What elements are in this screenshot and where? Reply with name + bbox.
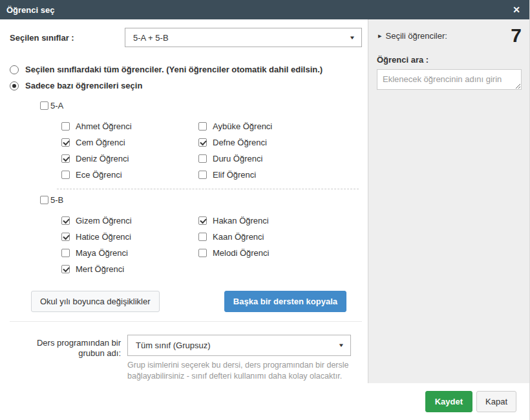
student-checkbox-item[interactable]: Ahmet Öğrenci: [61, 121, 198, 131]
group-name-row: Ders programından bir grubun adı: Tüm sı…: [10, 335, 362, 382]
year-changes-button[interactable]: Okul yılı boyunca değişiklikler: [31, 291, 160, 312]
radio-icon: [10, 65, 19, 74]
checkbox-icon: [61, 249, 70, 257]
student-checkbox-item[interactable]: Mert Öğrenci: [61, 264, 198, 274]
student-name: Gizem Öğrenci: [76, 216, 132, 226]
student-checkbox-item[interactable]: Hatice Öğrenci: [61, 232, 198, 242]
group-name-value: Tüm sınıf (Grupsuz): [136, 341, 211, 350]
student-name: Ahmet Öğrenci: [76, 121, 132, 131]
group-name-help-text: Grup isimlerini seçerek bu dersi, ders p…: [127, 360, 351, 382]
selected-students-row: ▸ Seçili öğrenciler: 7: [377, 26, 522, 45]
student-name: Ece Öğrenci: [76, 170, 122, 180]
student-name: Kaan Öğrenci: [213, 232, 264, 242]
modal-title: Öğrenci seç: [6, 5, 54, 15]
radio-option-some-label: Sadece bazı öğrencileri seçin: [25, 81, 142, 90]
selected-classes-dropdown[interactable]: 5-A + 5-B ▼: [125, 28, 362, 47]
checkbox-icon: [61, 171, 70, 179]
modal-header: Öğrenci seç ✕: [0, 0, 529, 19]
student-name: Cem Öğrenci: [76, 138, 125, 147]
collapse-arrow-icon[interactable]: ▸: [378, 32, 382, 40]
student-checkbox-item[interactable]: Defne Öğrenci: [198, 138, 335, 147]
class-group: 5-BGizem ÖğrenciHakan ÖğrenciHatice Öğre…: [40, 195, 362, 277]
checkbox-icon: [198, 171, 207, 179]
checkbox-icon: [61, 122, 70, 131]
class-group-checkbox[interactable]: 5-B: [40, 195, 362, 205]
student-search-label: Öğrenci ara :: [377, 55, 522, 65]
group-divider: [57, 189, 359, 189]
checkbox-icon: [61, 138, 70, 147]
students-grid: Gizem ÖğrenciHakan ÖğrenciHatice Öğrenci…: [61, 213, 362, 277]
selected-classes-label: Seçilen sınıflar :: [10, 33, 125, 43]
checkbox-icon: [198, 249, 207, 257]
student-checkbox-item[interactable]: Aybüke Öğrenci: [198, 121, 335, 131]
chevron-down-icon: ▼: [349, 35, 355, 41]
student-checkbox-item[interactable]: Gizem Öğrenci: [61, 216, 198, 226]
student-checkbox-item[interactable]: Melodi Öğrenci: [198, 248, 335, 258]
selected-students-count: 7: [511, 26, 522, 45]
student-checkbox-item[interactable]: Deniz Öğrenci: [61, 154, 198, 163]
class-group: 5-AAhmet ÖğrenciAybüke ÖğrenciCem Öğrenc…: [40, 101, 362, 183]
selected-classes-value: 5-A + 5-B: [133, 33, 169, 43]
checkbox-icon: [61, 233, 70, 241]
main-content: Seçilen sınıflar : 5-A + 5-B ▼ Seçilen s…: [0, 19, 368, 420]
select-student-modal: Öğrenci seç ✕ Seçilen sınıflar : 5-A + 5…: [0, 0, 530, 420]
student-name: Aybüke Öğrenci: [213, 121, 272, 131]
student-groups: 5-AAhmet ÖğrenciAybüke ÖğrenciCem Öğrenc…: [40, 101, 362, 277]
student-name: Deniz Öğrenci: [76, 154, 129, 163]
modal-footer: Kaydet Kapat: [368, 383, 529, 420]
close-icon[interactable]: ✕: [510, 4, 523, 16]
student-name: Melodi Öğrenci: [213, 248, 269, 258]
section-divider: [10, 321, 362, 322]
class-group-name: 5-B: [50, 195, 63, 205]
student-checkbox-item[interactable]: Maya Öğrenci: [61, 248, 198, 258]
selection-mode-options: Seçilen sınıflardaki tüm öğrenciler. (Ye…: [10, 65, 362, 90]
student-name: Hatice Öğrenci: [76, 232, 131, 242]
mid-actions-row: Okul yılı boyunca değişiklikler Başka bi…: [31, 291, 346, 312]
copy-from-lesson-button[interactable]: Başka bir dersten kopyala: [224, 291, 346, 312]
student-name: Duru Öğrenci: [213, 154, 262, 163]
radio-option-all[interactable]: Seçilen sınıflardaki tüm öğrenciler. (Ye…: [10, 65, 362, 74]
student-checkbox-item[interactable]: Kaan Öğrenci: [198, 232, 335, 242]
save-button[interactable]: Kaydet: [425, 391, 472, 412]
checkbox-icon: [198, 216, 207, 225]
student-name: Mert Öğrenci: [76, 264, 124, 274]
checkbox-icon: [61, 154, 70, 163]
checkbox-icon: [40, 196, 48, 204]
radio-icon: [10, 81, 19, 90]
student-name: Hakan Öğrenci: [213, 216, 269, 226]
student-name: Maya Öğrenci: [76, 248, 128, 258]
chevron-down-icon: ▼: [338, 342, 344, 348]
checkbox-icon: [198, 138, 207, 147]
close-button[interactable]: Kapat: [476, 391, 516, 412]
student-checkbox-item[interactable]: Ece Öğrenci: [61, 170, 198, 180]
selected-students-panel: ▸ Seçili öğrenciler: 7 Öğrenci ara :: [368, 19, 529, 383]
student-checkbox-item[interactable]: Duru Öğrenci: [198, 154, 335, 163]
selected-students-label: Seçili öğrenciler:: [386, 31, 447, 41]
checkbox-icon: [61, 216, 70, 225]
student-checkbox-item[interactable]: Elif Öğrenci: [198, 170, 335, 180]
student-checkbox-item[interactable]: Cem Öğrenci: [61, 138, 198, 147]
checkbox-icon: [40, 101, 48, 110]
checkbox-icon: [198, 154, 207, 163]
checkbox-icon: [61, 265, 70, 273]
radio-option-all-label: Seçilen sınıflardaki tüm öğrenciler. (Ye…: [25, 65, 323, 74]
class-group-name: 5-A: [50, 101, 63, 110]
group-name-label: Ders programından bir grubun adı:: [10, 335, 127, 382]
student-checkbox-item[interactable]: Hakan Öğrenci: [198, 216, 335, 226]
student-name: Defne Öğrenci: [213, 138, 267, 147]
radio-option-some[interactable]: Sadece bazı öğrencileri seçin: [10, 81, 362, 90]
selected-classes-row: Seçilen sınıflar : 5-A + 5-B ▼: [10, 28, 362, 47]
checkbox-icon: [198, 122, 207, 131]
student-name: Elif Öğrenci: [213, 170, 256, 180]
student-search-input[interactable]: [377, 69, 522, 90]
group-name-dropdown[interactable]: Tüm sınıf (Grupsuz) ▼: [127, 335, 351, 356]
checkbox-icon: [198, 233, 207, 241]
students-grid: Ahmet ÖğrenciAybüke ÖğrenciCem ÖğrenciDe…: [61, 118, 362, 183]
class-group-checkbox[interactable]: 5-A: [40, 101, 362, 110]
modal-body: Seçilen sınıflar : 5-A + 5-B ▼ Seçilen s…: [0, 19, 529, 420]
right-column: ▸ Seçili öğrenciler: 7 Öğrenci ara : Kay…: [368, 19, 529, 420]
